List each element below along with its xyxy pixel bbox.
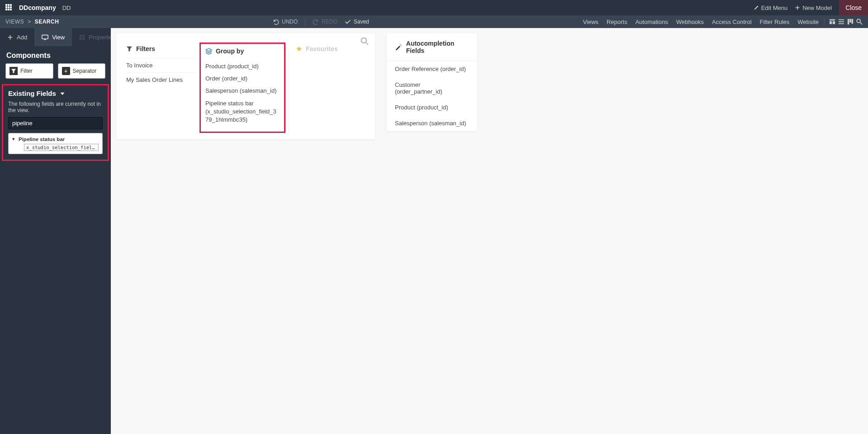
filter-item[interactable]: My Sales Order Lines xyxy=(126,72,196,87)
svg-rect-6 xyxy=(848,19,849,24)
funnel-icon xyxy=(9,67,18,75)
breadcrumb-search: SEARCH xyxy=(35,19,59,25)
tab-add[interactable]: Add xyxy=(0,28,34,46)
favourites-title: Favourites xyxy=(306,45,338,52)
content-area: Filters To Invoice My Sales Order Lines … xyxy=(111,28,868,434)
saved-indicator: Saved xyxy=(345,19,369,25)
list-view-icon[interactable] xyxy=(838,19,844,25)
existing-fields-search[interactable] xyxy=(8,117,103,129)
check-icon xyxy=(345,19,351,25)
new-model-label: New Model xyxy=(802,5,832,11)
nav-website[interactable]: Website xyxy=(797,19,819,25)
undo-icon xyxy=(273,19,279,25)
autocomp-item[interactable]: Customer (order_partner_id) xyxy=(387,77,477,99)
filters-title: Filters xyxy=(136,45,155,52)
groupby-title: Group by xyxy=(216,47,244,55)
nav-webhooks[interactable]: Webhooks xyxy=(676,19,704,25)
svg-rect-5 xyxy=(839,24,844,24)
subnav: Views Reports Automations Webhooks Acces… xyxy=(583,19,819,25)
caret-down-icon xyxy=(60,91,65,96)
layers-icon xyxy=(205,48,212,55)
components-title: Components xyxy=(0,46,111,63)
autocomp-item[interactable]: Product (product_id) xyxy=(387,99,477,115)
editor-tabs: Add View Properties xyxy=(0,28,111,46)
filter-item[interactable]: To Invoice xyxy=(126,58,196,72)
redo-icon xyxy=(313,19,319,25)
add-filter-label: Filter xyxy=(20,68,33,74)
plus-icon: + xyxy=(62,67,70,75)
groupby-item[interactable]: Pipeline status bar (x_studio_selection_… xyxy=(205,97,280,127)
nav-reports[interactable]: Reports xyxy=(607,19,627,25)
undo-button[interactable]: UNDO xyxy=(273,19,298,25)
svg-rect-11 xyxy=(80,34,82,37)
svg-rect-1 xyxy=(830,21,832,24)
sidebar: Add View Properties Components Filter + … xyxy=(0,28,111,434)
groupby-item[interactable]: Order (order_id) xyxy=(205,72,280,85)
autocomp-item[interactable]: Salesperson (salesman_id) xyxy=(387,115,477,131)
screen-icon xyxy=(42,34,48,40)
field-pipeline-status-bar[interactable]: ▾ Pipeline status bar x_studio_selection… xyxy=(8,133,103,154)
svg-point-15 xyxy=(361,38,366,43)
svg-point-9 xyxy=(857,19,860,23)
field-technical-name: x_studio_selection_field_379_1h… xyxy=(24,144,99,151)
funnel-icon xyxy=(126,46,133,52)
wand-icon xyxy=(395,43,402,51)
groupby-highlight: Group by Product (product_id) Order (ord… xyxy=(199,42,285,133)
form-view-icon[interactable] xyxy=(829,19,835,25)
nav-filter-rules[interactable]: Filter Rules xyxy=(760,19,790,25)
search-view-icon[interactable] xyxy=(856,19,863,25)
add-filter-button[interactable]: Filter xyxy=(5,63,53,79)
svg-rect-12 xyxy=(82,34,85,37)
breadcrumb-views[interactable]: VIEWS xyxy=(5,19,24,25)
add-separator-label: Separator xyxy=(73,68,97,74)
svg-rect-8 xyxy=(852,19,854,24)
search-view-card: Filters To Invoice My Sales Order Lines … xyxy=(116,33,375,139)
saved-label: Saved xyxy=(354,19,369,25)
apps-icon[interactable] xyxy=(5,4,13,11)
breadcrumb: VIEWS > SEARCH xyxy=(5,19,59,25)
db-name: DD xyxy=(62,5,71,11)
plus-icon xyxy=(7,34,13,40)
close-button[interactable]: Close xyxy=(839,0,868,15)
kanban-view-icon[interactable] xyxy=(847,19,854,25)
groupby-column: Group by Product (product_id) Order (ord… xyxy=(206,45,285,131)
search-icon[interactable] xyxy=(360,37,369,45)
tab-view[interactable]: View xyxy=(34,28,72,46)
existing-fields-label: Existing Fields xyxy=(8,90,56,97)
new-model-button[interactable]: New Model xyxy=(791,0,835,15)
autocomp-item[interactable]: Order Reference (order_id) xyxy=(387,61,477,77)
nav-automations[interactable]: Automations xyxy=(636,19,668,25)
subbar: VIEWS > SEARCH UNDO REDO Saved Views Rep… xyxy=(0,15,868,28)
existing-fields-toggle[interactable]: Existing Fields xyxy=(8,90,103,97)
star-icon xyxy=(296,46,302,52)
edit-menu-label: Edit Menu xyxy=(761,5,788,11)
autocompletion-title: Autocompletion Fields xyxy=(406,40,469,54)
favourites-column: Favourites xyxy=(285,45,365,131)
groupby-item[interactable]: Salesperson (salesman_id) xyxy=(205,85,280,97)
selection-icon: ▾ xyxy=(12,136,15,142)
existing-fields-desc: The following fields are currently not i… xyxy=(8,97,103,117)
svg-rect-10 xyxy=(42,35,48,38)
svg-rect-14 xyxy=(82,38,85,40)
edit-menu-button[interactable]: Edit Menu xyxy=(750,0,792,15)
svg-rect-3 xyxy=(839,19,844,20)
company-name[interactable]: DDcompany xyxy=(19,4,56,11)
add-separator-button[interactable]: + Separator xyxy=(58,63,106,79)
autocompletion-card: Autocompletion Fields Order Reference (o… xyxy=(387,33,477,131)
field-label: Pipeline status bar xyxy=(19,137,65,142)
filters-column: Filters To Invoice My Sales Order Lines xyxy=(126,45,206,131)
tab-view-label: View xyxy=(52,34,65,41)
svg-rect-13 xyxy=(80,38,82,40)
groupby-item[interactable]: Product (product_id) xyxy=(205,60,280,72)
tab-add-label: Add xyxy=(17,34,27,41)
redo-label: REDO xyxy=(322,19,337,25)
nav-views[interactable]: Views xyxy=(583,19,598,25)
redo-button: REDO xyxy=(313,19,337,25)
pencil-icon xyxy=(754,5,759,10)
svg-rect-0 xyxy=(830,19,835,21)
plus-icon xyxy=(795,5,800,10)
undo-label: UNDO xyxy=(282,19,298,25)
separator xyxy=(305,18,305,25)
nav-access-control[interactable]: Access Control xyxy=(712,19,751,25)
topbar: DDcompany DD Edit Menu New Model Close xyxy=(0,0,868,15)
